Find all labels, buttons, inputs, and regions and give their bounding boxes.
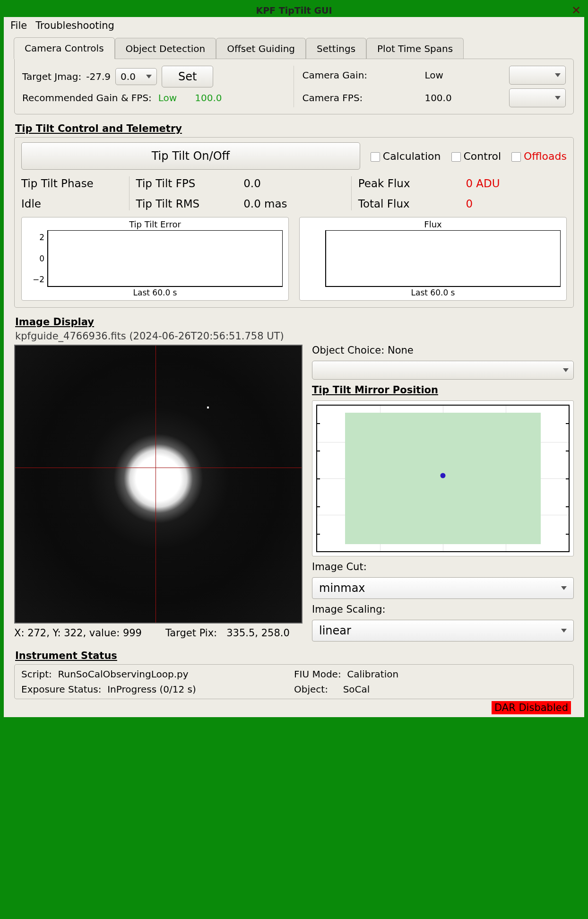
script-value: RunSoCalObservingLoop.py [58,668,188,680]
camera-gain-combo[interactable] [509,66,566,85]
object-choice-combo[interactable] [312,361,574,380]
menu-file[interactable]: File [10,20,27,31]
tiptilt-phase-value: Idle [21,198,122,210]
crosshair-horizontal [15,468,302,468]
mirror-position-title: Tip Tilt Mirror Position [312,384,574,396]
chevron-down-icon [555,96,561,100]
dar-status-badge: DAR Disbabled [492,701,571,714]
camera-fps-label: Camera FPS: [303,92,419,104]
cursor-readout: X: 272, Y: 322, value: 999 [14,627,142,639]
crosshair-vertical [156,346,156,623]
script-label: Script: [21,668,52,680]
titlebar: KPF TipTilt GUI ✕ [4,4,584,17]
tiptilt-fps-value: 0.0 [243,177,345,190]
image-scaling-label: Image Scaling: [312,604,574,615]
tiptilt-rms-label: Tip Tilt RMS [136,198,237,210]
plot-title: Tip Tilt Error [22,217,288,229]
fiu-mode-label: FIU Mode: [294,668,341,680]
control-checkbox[interactable]: Control [451,150,502,162]
plot-title: Flux [300,217,566,229]
recommended-label: Recommended Gain & FPS: [22,92,152,104]
mirror-position-plot [312,400,574,556]
object-label: Object: [294,684,328,695]
peak-flux-label: Peak Flux [358,177,459,190]
camera-fps-value: 100.0 [424,92,503,104]
tiptilt-phase-label: Tip Tilt Phase [21,177,122,190]
camera-fps-combo[interactable] [509,88,566,107]
chevron-down-icon [561,586,567,590]
image-display-title: Image Display [15,316,574,328]
tiptilt-error-plot: Tip Tilt Error 2 0 −2 Last 60.0 s [21,217,289,301]
exposure-status-label: Exposure Status: [21,684,101,695]
target-pix-label: Target Pix: [165,627,217,639]
camera-gain-label: Camera Gain: [303,69,419,81]
tab-offset-guiding[interactable]: Offset Guiding [216,38,306,59]
divider [351,176,352,210]
window-title: KPF TipTilt GUI [256,5,332,16]
mirror-position-dot [440,473,445,478]
image-cut-combo[interactable]: minmax [312,577,574,599]
recommended-gain: Low [158,92,177,104]
image-file-label: kpfguide_4766936.fits (2024-06-26T20:56:… [15,330,574,342]
fiu-mode-value: Calibration [347,668,398,680]
image-scaling-combo[interactable]: linear [312,620,574,642]
object-choice-label: Object Choice: None [312,345,574,356]
total-flux-value: 0 [466,198,567,210]
target-jmag-label: Target Jmag: [22,71,81,82]
set-button[interactable]: Set [162,66,213,87]
divider [129,176,130,210]
instrument-status-title: Instrument Status [15,650,574,661]
image-cut-label: Image Cut: [312,561,574,572]
close-icon[interactable]: ✕ [570,5,582,16]
chevron-down-icon [146,75,152,78]
jmag-combo[interactable]: 0.0 [115,68,157,85]
flux-plot: Flux Last 60.0 s [299,217,567,301]
offloads-checkbox[interactable]: Offloads [511,150,567,162]
chevron-down-icon [563,368,569,372]
total-flux-label: Total Flux [358,198,459,210]
exposure-status-value: InProgress (0/12 s) [107,684,196,695]
tiptilt-fps-label: Tip Tilt FPS [136,177,237,190]
object-value: SoCal [343,684,370,695]
tiptilt-rms-value: 0.0 mas [243,198,345,210]
hot-pixel [207,407,209,408]
camera-gain-value: Low [424,69,503,81]
menu-troubleshooting[interactable]: Troubleshooting [35,20,114,31]
tab-camera-controls[interactable]: Camera Controls [14,37,115,59]
peak-flux-value: 0 ADU [466,177,567,190]
tab-settings[interactable]: Settings [306,38,366,59]
jmag-combo-value: 0.0 [121,71,136,82]
recommended-fps: 100.0 [195,92,222,104]
tab-object-detection[interactable]: Object Detection [115,38,216,59]
chevron-down-icon [555,73,561,77]
target-pix-value: 335.5, 258.0 [226,627,290,639]
calculation-checkbox[interactable]: Calculation [371,150,441,162]
tiptilt-section-title: Tip Tilt Control and Telemetry [15,123,574,134]
guide-image[interactable] [14,345,303,624]
tiptilt-onoff-button[interactable]: Tip Tilt On/Off [21,142,360,170]
target-jmag-value: -27.9 [86,71,111,82]
tab-plot-time-spans[interactable]: Plot Time Spans [366,38,464,59]
chevron-down-icon [561,629,567,633]
